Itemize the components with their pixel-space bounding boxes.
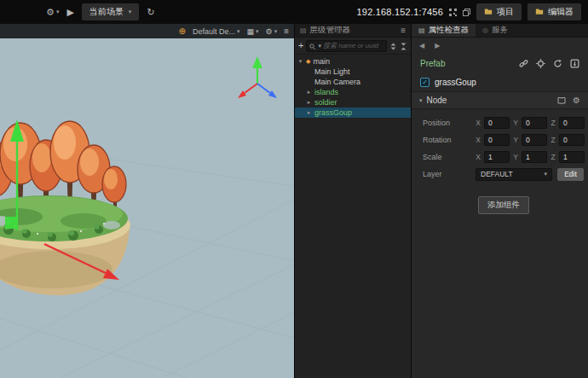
top-right-controls: 192.168.152.1:7456 项目 编辑器 <box>357 3 581 20</box>
tab-services[interactable]: ◎ 服务 <box>476 24 515 37</box>
gear-icon: ⚙ <box>46 7 55 18</box>
layout-dropdown[interactable]: ▦ ▾ <box>247 27 259 36</box>
tree-node-label: grassGoup <box>314 108 352 117</box>
refresh-icon: ↻ <box>147 7 154 18</box>
node-section-header[interactable]: ▾ Node ⚙ <box>412 92 588 109</box>
position-z-input[interactable]: 0 <box>559 117 585 129</box>
hierarchy-title: 层级管理器 <box>310 25 351 36</box>
project-button[interactable]: 项目 <box>476 3 522 20</box>
tree-node-main-camera[interactable]: Main Camera <box>295 77 411 87</box>
view-settings-dropdown[interactable]: ⚙ ▾ <box>266 27 278 36</box>
preview-controls: ⚙ ▾ ▶ 当前场景 ▾ ↻ <box>46 3 155 20</box>
chevron-down-icon: ▾ <box>129 9 132 15</box>
inspector-panel: ▤ 属性检查器 ◎ 服务 ◀ ▶ Prefab <box>411 24 588 378</box>
inspector-tab-icon: ▤ <box>418 26 425 34</box>
back-icon[interactable]: ◀ <box>419 42 424 49</box>
node-section-title: Node <box>427 96 447 105</box>
expand-icon[interactable]: ▸ <box>306 99 312 106</box>
update-prefab-icon[interactable] <box>570 59 579 68</box>
unlink-prefab-icon[interactable] <box>519 59 528 68</box>
inspector-history-nav: ◀ ▶ <box>412 38 588 53</box>
position-row: Position X 0 Y 0 Z 0 <box>423 114 585 131</box>
expand-all-icon[interactable] <box>389 38 397 54</box>
hierarchy-menu-icon[interactable]: ≡ <box>401 26 406 35</box>
scene-selector-label: 当前场景 <box>89 6 124 18</box>
search-filter-caret-icon[interactable]: ▾ <box>318 43 321 49</box>
hierarchy-search-row: + ▾ <box>295 38 411 55</box>
help-doc-icon[interactable] <box>557 96 566 105</box>
collapse-all-icon[interactable] <box>400 38 407 54</box>
tree-node-main[interactable]: ▾ ◆ main <box>295 56 411 67</box>
play-button[interactable]: ▶ <box>66 7 73 18</box>
layer-value: DEFAULT <box>481 170 513 178</box>
gizmo-plane-handle[interactable] <box>5 217 17 229</box>
grid-icon: ▦ <box>247 27 255 36</box>
tree-node-main-light[interactable]: Main Light <box>295 67 411 77</box>
chevron-down-icon: ▾ <box>237 28 240 35</box>
locate-asset-icon[interactable] <box>536 59 545 68</box>
camera-preview-dropdown[interactable]: Default De... ▾ <box>193 27 240 36</box>
search-icon <box>309 38 316 54</box>
forward-icon[interactable]: ▶ <box>435 42 440 49</box>
viewport-menu-icon[interactable]: ≡ <box>284 26 289 36</box>
node-settings-gear-icon[interactable]: ⚙ <box>573 96 580 105</box>
tree-node-label: main <box>313 57 330 66</box>
copy-icon[interactable] <box>463 9 470 16</box>
top-toolbar: ⚙ ▾ ▶ 当前场景 ▾ ↻ 192.168.152.1:7456 <box>0 0 588 24</box>
editor-window: ⚙ ▾ ▶ 当前场景 ▾ ↻ 192.168.152.1:7456 <box>0 0 588 378</box>
rotation-z-input[interactable]: 0 <box>559 134 585 146</box>
expand-icon[interactable]: ▸ <box>306 89 312 96</box>
rotation-label: Rotation <box>423 136 476 144</box>
project-button-label: 项目 <box>497 6 514 18</box>
preview-settings-button[interactable]: ⚙ ▾ <box>46 7 59 18</box>
inspector-main: ▤ 属性检查器 ◎ 服务 ◀ ▶ Prefab <box>412 24 588 378</box>
play-icon: ▶ <box>66 7 73 18</box>
refresh-button[interactable]: ↻ <box>147 7 154 18</box>
hierarchy-panel-icon: ▤ <box>300 26 307 34</box>
scale-y-input[interactable]: 1 <box>522 151 547 163</box>
scale-x-input[interactable]: 1 <box>484 151 510 163</box>
tree-node-label: Main Camera <box>314 78 360 86</box>
folder-icon <box>535 8 544 17</box>
layer-row: Layer DEFAULT ▾ Edit <box>423 166 585 183</box>
node-section-actions: ⚙ <box>557 96 580 105</box>
hierarchy-panel: ▤ 层级管理器 ≡ + ▾ <box>294 24 411 378</box>
rotation-x-input[interactable]: 0 <box>484 134 510 146</box>
scene-node-icon: ◆ <box>306 58 310 65</box>
create-node-button[interactable]: + <box>298 41 303 50</box>
add-component-button[interactable]: 添加组件 <box>478 196 529 214</box>
node-enabled-checkbox[interactable]: ✓ <box>420 78 429 87</box>
tree-node-label: soldier <box>314 98 337 107</box>
qr-code-icon[interactable] <box>449 9 457 16</box>
scale-z-input[interactable]: 1 <box>559 151 585 163</box>
position-x-input[interactable]: 0 <box>484 117 510 129</box>
chevron-down-icon: ▾ <box>256 28 259 35</box>
rotation-row: Rotation X 0 Y 0 Z 0 <box>423 131 585 148</box>
gear-icon: ⚙ <box>266 27 273 36</box>
tree-node-soldier[interactable]: ▸ soldier <box>295 97 411 108</box>
viewport-toolbar: ⊕ Default De... ▾ ▦ ▾ ⚙ ▾ ≡ <box>0 24 294 38</box>
scene-render <box>0 24 294 378</box>
search-input[interactable] <box>323 42 383 49</box>
scale-row: Scale X 1 Y 1 Z 1 <box>423 148 585 166</box>
layer-dropdown[interactable]: DEFAULT ▾ <box>476 168 552 181</box>
layer-edit-button[interactable]: Edit <box>557 168 584 181</box>
tree-node-islands[interactable]: ▸ islands <box>295 87 411 97</box>
position-label: Position <box>423 119 476 127</box>
folder-icon <box>484 8 493 17</box>
scene-selector-dropdown[interactable]: 当前场景 ▾ <box>82 3 140 20</box>
revert-prefab-icon[interactable] <box>553 59 562 68</box>
scale-label: Scale <box>423 153 476 161</box>
chevron-down-icon: ▾ <box>274 28 278 35</box>
gizmo-mode-icon[interactable]: ⊕ <box>179 26 186 36</box>
prefab-row: Prefab <box>412 53 588 73</box>
collapse-section-icon: ▾ <box>419 97 423 104</box>
tab-inspector[interactable]: ▤ 属性检查器 <box>412 24 476 37</box>
scene-viewport[interactable]: ⊕ Default De... ▾ ▦ ▾ ⚙ ▾ ≡ <box>0 24 294 378</box>
tree-node-grassgoup[interactable]: ▸ grassGoup <box>295 108 411 118</box>
expand-icon[interactable]: ▾ <box>297 58 303 65</box>
editor-button[interactable]: 编辑器 <box>527 3 581 20</box>
rotation-y-input[interactable]: 0 <box>522 134 547 146</box>
position-y-input[interactable]: 0 <box>522 117 547 129</box>
expand-icon[interactable]: ▸ <box>306 109 312 116</box>
